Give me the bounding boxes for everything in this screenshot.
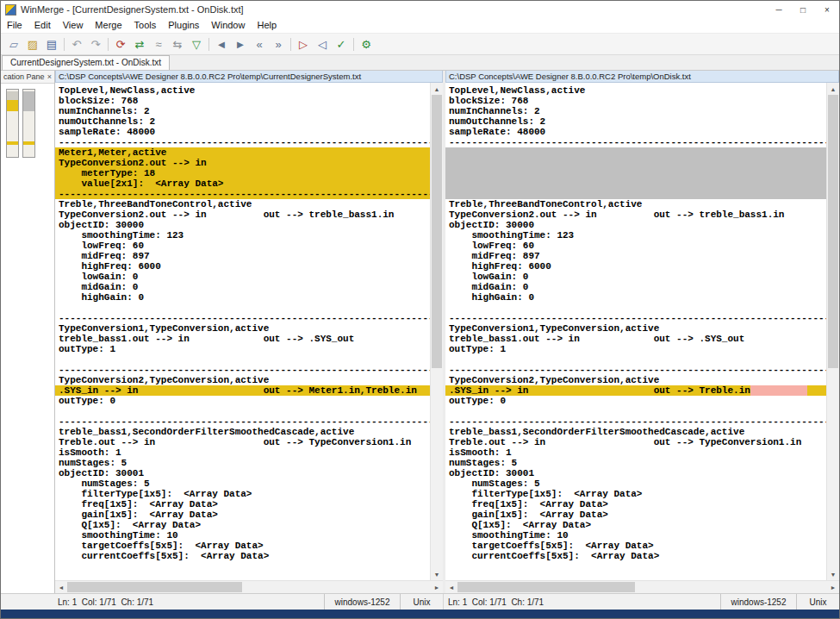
location-pane-header: cation Pane × (1, 71, 54, 84)
file-save-button[interactable]: ▤ (42, 34, 61, 53)
scroll-up-icon[interactable]: ▲ (431, 83, 443, 95)
file-new-button[interactable]: ▱ (4, 34, 23, 53)
show-line-diff-button[interactable]: ≈ (149, 34, 168, 53)
scrollbar-thumb[interactable] (457, 582, 635, 592)
winmerge-window: WinMerge - [CurrentDesignerSystem.txt - … (0, 0, 840, 619)
separator-line: ----------------------------------------… (55, 313, 430, 323)
right-vertical-scrollbar[interactable]: ▲ ▼ (826, 83, 839, 580)
scroll-right-icon[interactable]: ► (827, 585, 839, 591)
toolbar-separator (290, 38, 291, 51)
right-status-section: Ln: 1 Col: 1/71 Ch: 1/71 windows-1252 Un… (444, 594, 839, 610)
scrollbar-thumb[interactable] (828, 95, 838, 368)
text-line: highGain: 0 (55, 292, 430, 303)
text-line: treble_bass1.out --> in out --> .SYS_out (55, 334, 430, 344)
text-line: blockSize: 768 (55, 96, 430, 106)
taskbar-strip (1, 610, 839, 618)
text-line: smoothingTime: 123 (445, 230, 826, 241)
file-save-icon: ▤ (47, 38, 57, 51)
right-editor[interactable]: TopLevel,NewClass,activeblockSize: 768nu… (445, 83, 826, 580)
right-file-path-header: C:\DSP Concepts\AWE Designer 8.B.0.0.RC2… (445, 71, 839, 83)
auto-merge-button[interactable]: ✓ (332, 34, 351, 53)
text-line: numStages: 5 (55, 458, 430, 468)
text-line: outType: 0 (445, 396, 826, 406)
undo-button[interactable]: ↶ (67, 34, 86, 53)
diff-map-segment (23, 91, 34, 111)
copy-to-right-icon: ▷ (299, 38, 308, 51)
left-editor[interactable]: TopLevel,NewClass,activeblockSize: 768nu… (55, 83, 430, 580)
window-title: WinMerge - [CurrentDesignerSystem.txt - … (21, 4, 244, 15)
scroll-left-icon[interactable]: ◄ (55, 585, 67, 591)
diff-line: TypeConversion2.out --> in (55, 158, 430, 168)
missing-lines-filler (445, 147, 826, 158)
scroll-right-icon[interactable]: ► (431, 585, 443, 591)
diff-map-segment (7, 91, 18, 100)
next-difference-button[interactable]: ► (231, 34, 250, 53)
text-line: Q[1x5]: <Array Data> (445, 520, 826, 530)
redo-button[interactable]: ↷ (86, 34, 105, 53)
last-difference-button[interactable]: » (269, 34, 288, 53)
right-file-pane: C:\DSP Concepts\AWE Designer 8.B.0.0.RC2… (445, 71, 839, 593)
first-difference-icon: « (256, 38, 262, 51)
text-line: highFreq: 6000 (55, 261, 430, 272)
location-map-left-file[interactable] (6, 89, 19, 158)
location-pane-close-icon[interactable]: × (47, 72, 52, 81)
swap-panes-button[interactable]: ⇆ (168, 34, 187, 53)
text-line: sampleRate: 48000 (55, 127, 430, 137)
diff-map-segment (23, 141, 34, 145)
menu-item-tools[interactable]: Tools (128, 18, 163, 33)
refresh-button[interactable]: ⇄ (130, 34, 149, 53)
menu-item-merge[interactable]: Merge (89, 18, 128, 33)
menu-bar: FileEditViewMergeToolsPluginsWindowHelp (1, 18, 839, 34)
scroll-down-icon[interactable]: ▼ (827, 568, 839, 580)
text-line: filterType[1x5]: <Array Data> (445, 489, 826, 499)
text-line: TopLevel,NewClass,active (445, 85, 826, 96)
copy-to-right-button[interactable]: ▷ (294, 34, 313, 53)
menu-item-help[interactable]: Help (251, 18, 283, 33)
line-filter-button[interactable]: ▽ (187, 34, 206, 53)
scroll-up-icon[interactable]: ▲ (827, 83, 839, 95)
location-pane-title: cation Pane (3, 72, 45, 81)
separator-line: ----------------------------------------… (55, 365, 430, 375)
auto-merge-icon: ✓ (337, 38, 346, 51)
text-line: smoothingTime: 10 (55, 530, 430, 541)
blank-line (445, 303, 826, 313)
minimize-button[interactable]: ─ (767, 1, 791, 18)
text-line: Treble,ThreeBandToneControl,active (55, 199, 430, 209)
text-line: sampleRate: 48000 (445, 127, 826, 137)
blank-line (55, 354, 430, 365)
file-open-icon: ▨ (28, 38, 38, 51)
diff-map-segment (7, 141, 18, 145)
right-horizontal-scrollbar[interactable]: ◄ ► (445, 580, 839, 593)
text-line: lowFreq: 60 (55, 241, 430, 251)
copy-to-left-button[interactable]: ◁ (313, 34, 332, 53)
file-open-button[interactable]: ▨ (23, 34, 42, 53)
scroll-down-icon[interactable]: ▼ (431, 568, 443, 580)
scrollbar-thumb[interactable] (432, 95, 442, 368)
left-horizontal-scrollbar[interactable]: ◄ ► (55, 580, 443, 593)
scroll-left-icon[interactable]: ◄ (445, 585, 457, 591)
show-line-diff-icon: ≈ (155, 38, 161, 51)
maximize-button[interactable]: □ (791, 1, 815, 18)
location-map-right-file[interactable] (22, 89, 35, 158)
menu-item-file[interactable]: File (1, 18, 28, 33)
menu-item-window[interactable]: Window (205, 18, 251, 33)
text-line: currentCoeffs[5x5]: <Array Data> (445, 551, 826, 561)
first-difference-button[interactable]: « (250, 34, 269, 53)
text-line: numStages: 5 (445, 458, 826, 468)
rescan-button[interactable]: ⟳ (111, 34, 130, 53)
text-line: Treble.out --> in out --> TypeConversion… (55, 437, 430, 447)
location-map[interactable] (1, 84, 54, 593)
toolbar: ▱▨▤↶↷⟳⇄≈⇆▽◄►«»▷◁✓⚙ (1, 34, 839, 55)
prev-difference-button[interactable]: ◄ (212, 34, 231, 53)
left-vertical-scrollbar[interactable]: ▲ ▼ (430, 83, 443, 580)
menu-item-view[interactable]: View (57, 18, 90, 33)
close-button[interactable]: × (815, 1, 839, 18)
left-file-path-header: C:\DSP Concepts\AWE Designer 8.B.0.0.RC2… (55, 71, 443, 83)
text-line: treble_bass1,SecondOrderFilterSmoothedCa… (55, 427, 430, 437)
text-line: freq[1x5]: <Array Data> (445, 499, 826, 510)
scrollbar-thumb[interactable] (67, 582, 242, 592)
menu-item-plugins[interactable]: Plugins (162, 18, 205, 33)
menu-item-edit[interactable]: Edit (28, 18, 57, 33)
options-button[interactable]: ⚙ (357, 34, 376, 53)
tab-comparison[interactable]: CurrentDesignerSystem.txt - OnDisk.txt (2, 55, 170, 70)
